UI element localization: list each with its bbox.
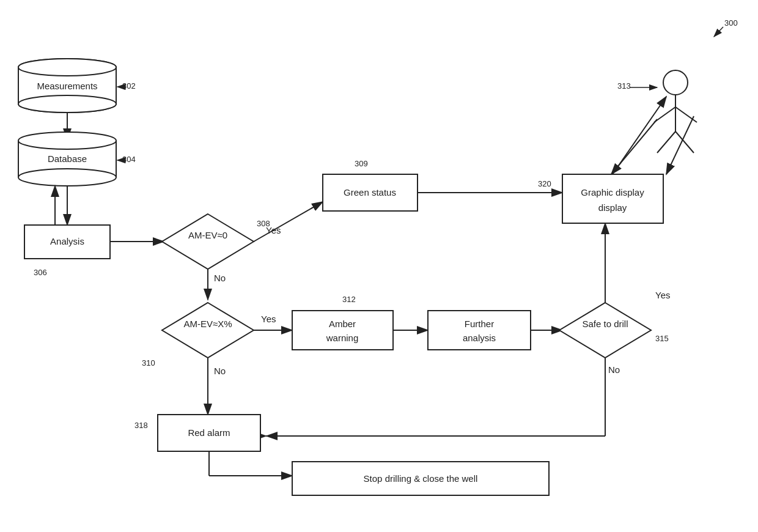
label-300: 300: [724, 18, 738, 28]
arrow-graphic-to-person: [613, 97, 666, 174]
red-alarm-label: Red alarm: [188, 427, 230, 438]
label-315: 315: [655, 334, 669, 343]
safe-to-drill-diamond: [559, 303, 651, 358]
person-right-arm: [675, 107, 697, 122]
amber-warning-box: [292, 311, 393, 350]
graphic-display-label1: Graphic display: [581, 187, 644, 198]
label-312: 312: [342, 295, 356, 304]
graphic-display-box: [562, 174, 663, 223]
arrow-300: [714, 27, 723, 37]
amber-warning-label2: warning: [326, 333, 359, 343]
yes-label-safe: Yes: [655, 290, 670, 300]
database-label: Database: [48, 153, 87, 164]
database-bottom-ellipse: [18, 169, 116, 186]
label-313: 313: [617, 81, 631, 91]
decision1-label: AM-EV≈0: [188, 230, 227, 240]
person-left-leg: [657, 131, 675, 153]
database-top-ellipse: [18, 132, 116, 149]
decision2-diamond: [162, 303, 254, 358]
decision2-label: AM-EV≈X%: [183, 319, 232, 329]
arrow-person-to-graphic-right: [666, 116, 694, 174]
graphic-display-label2: display: [598, 202, 627, 213]
no-label-d1: No: [214, 273, 226, 283]
no-label-safe: No: [608, 364, 620, 375]
label-320: 320: [538, 179, 551, 188]
amber-warning-label1: Amber: [329, 319, 356, 329]
further-analysis-box: [428, 311, 531, 350]
label-306: 306: [34, 268, 47, 277]
green-status-label: Green status: [344, 187, 396, 198]
yes-label-d2: Yes: [261, 314, 276, 324]
further-analysis-label2: analysis: [463, 333, 496, 343]
measurements-label: Measurements: [37, 81, 97, 91]
no-label-d2: No: [214, 366, 226, 376]
stop-drilling-label: Stop drilling & close the well: [364, 473, 478, 484]
further-analysis-label1: Further: [465, 319, 494, 329]
person-head: [663, 70, 688, 95]
svg-point-5: [18, 59, 116, 76]
svg-point-6: [18, 95, 116, 113]
label-310: 310: [142, 358, 155, 368]
label-318: 318: [134, 421, 148, 430]
label-309: 309: [355, 159, 368, 168]
safe-to-drill-label1: Safe to drill: [582, 319, 628, 329]
decision1-diamond: [162, 214, 254, 269]
analysis-label: Analysis: [50, 236, 84, 246]
label-304: 304: [122, 155, 136, 164]
label-302: 302: [122, 81, 136, 91]
